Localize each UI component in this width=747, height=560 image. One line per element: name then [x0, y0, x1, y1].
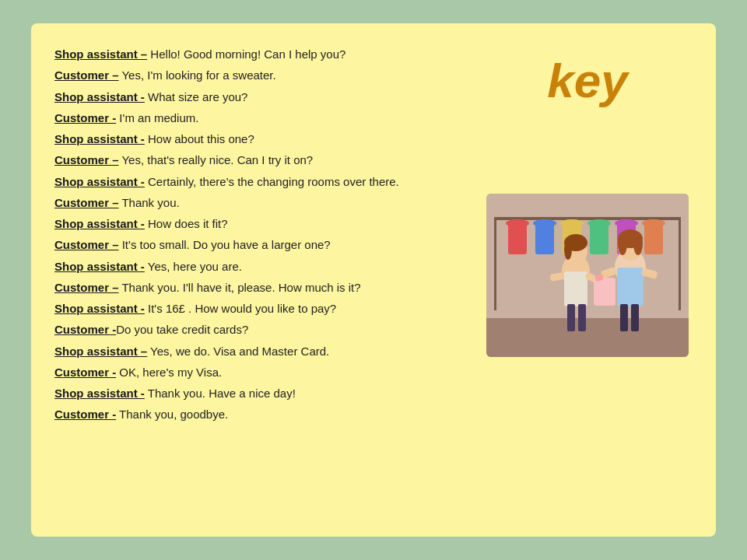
svg-rect-22	[617, 268, 644, 306]
dialogue-line: Customer - OK, here's my Visa.	[54, 363, 467, 381]
dialogue-line: Shop assistant - Yes, here you are.	[54, 257, 467, 275]
speaker-label: Shop assistant -	[54, 217, 145, 230]
dialogue-line: Customer – Yes, I'm looking for a sweate…	[54, 66, 467, 84]
dialogue-line: Shop assistant – Yes, we do. Visa and Ma…	[54, 342, 467, 360]
key-title: key	[547, 53, 627, 108]
svg-rect-3	[679, 217, 681, 310]
svg-rect-7	[535, 223, 554, 254]
speaker-label: Shop assistant –	[54, 345, 147, 358]
svg-rect-15	[644, 223, 663, 254]
dialogue-line: Shop assistant - How about this one?	[54, 130, 467, 148]
speaker-label: Shop assistant -	[54, 175, 145, 188]
speaker-label: Customer –	[54, 153, 119, 166]
svg-rect-2	[494, 217, 496, 310]
svg-rect-32	[594, 278, 615, 306]
speaker-label: Customer -	[54, 366, 116, 379]
speaker-label: Customer –	[54, 238, 119, 251]
dialogue-line: Customer - I'm an medium.	[54, 109, 467, 127]
speaker-label: Customer -	[54, 111, 116, 124]
dialogue-line: Customer – Thank you.	[54, 194, 467, 212]
svg-point-20	[618, 233, 627, 255]
speaker-label: Customer –	[54, 68, 119, 82]
speaker-label: Shop assistant -	[54, 132, 145, 145]
svg-rect-29	[564, 271, 587, 306]
dialogue-line: Customer -Do you take credit cards?	[54, 320, 467, 338]
speaker-label: Customer -	[54, 323, 116, 336]
main-card: Shop assistant – Hello! Good morning! Ca…	[31, 23, 716, 537]
svg-rect-34	[567, 304, 575, 331]
svg-rect-37	[631, 304, 639, 331]
svg-rect-11	[590, 223, 608, 254]
dialogue-line: Shop assistant - What size are you?	[54, 88, 467, 106]
dialogue-line: Shop assistant - Certainly, there's the …	[54, 173, 467, 191]
dialogue-line: Shop assistant - How does it fit?	[54, 215, 467, 233]
speaker-label: Shop assistant -	[54, 90, 145, 103]
speaker-label: Shop assistant –	[54, 47, 147, 61]
svg-rect-35	[578, 304, 586, 331]
dialogue-line: Customer – It's too small. Do you have a…	[54, 236, 467, 254]
svg-point-21	[633, 233, 643, 255]
speaker-label: Shop assistant -	[54, 387, 145, 400]
right-panel: key	[482, 45, 693, 515]
speaker-label: Shop assistant -	[54, 302, 145, 315]
dialogue-line: Customer – Thank you. I'll have it, plea…	[54, 278, 467, 296]
dialogue-line: Shop assistant – Hello! Good morning! Ca…	[54, 45, 467, 63]
speaker-label: Customer –	[54, 196, 119, 209]
speaker-label: Customer -	[54, 408, 116, 421]
speaker-label: Customer –	[54, 281, 119, 294]
svg-point-28	[564, 240, 572, 260]
svg-rect-5	[508, 223, 527, 254]
dialogue-line: Customer – Yes, that's really nice. Can …	[54, 151, 467, 169]
shop-image	[486, 194, 689, 357]
speaker-label: Shop assistant -	[54, 260, 145, 273]
dialogue-line: Shop assistant - It's 16£ . How would yo…	[54, 299, 467, 317]
svg-rect-36	[620, 304, 628, 331]
dialogue-line: Customer - Thank you, goodbye.	[54, 405, 467, 423]
dialogue-content: Shop assistant – Hello! Good morning! Ca…	[54, 45, 467, 515]
dialogue-line: Shop assistant - Thank you. Have a nice …	[54, 384, 467, 402]
svg-rect-16	[486, 318, 689, 357]
